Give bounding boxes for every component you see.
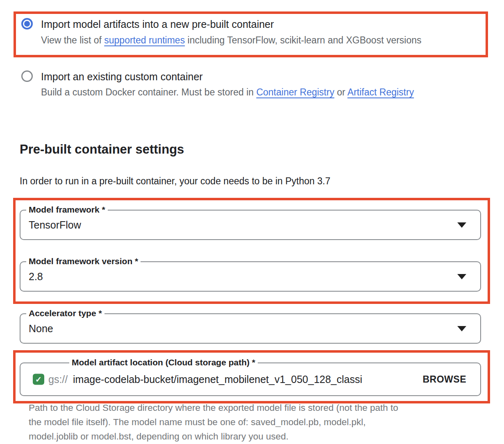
model-framework-version-select[interactable]: Model framework version * 2.8 bbox=[20, 261, 481, 292]
description-text: or bbox=[334, 87, 347, 97]
artifact-location-helper-text: Path to the Cloud Storage directory wher… bbox=[29, 401, 398, 444]
model-framework-value: TensorFlow bbox=[29, 219, 81, 231]
helper-line: Path to the Cloud Storage directory wher… bbox=[29, 401, 398, 415]
description-text: View the list of bbox=[41, 35, 104, 45]
model-artifact-location-input[interactable]: image-codelab-bucket/imagenet_mobilenet_… bbox=[73, 374, 406, 385]
description-text: Build a custom Docker container. Must be… bbox=[41, 87, 256, 97]
radio-custom-container-label[interactable]: Import an existing custom container bbox=[41, 70, 203, 83]
chevron-down-icon[interactable] bbox=[457, 326, 466, 331]
model-artifact-location-field[interactable]: Model artifact location (Cloud storage p… bbox=[20, 362, 481, 396]
artifact-registry-link[interactable]: Artifact Registry bbox=[347, 87, 414, 97]
model-import-form: Import model artifacts into a new pre-bu… bbox=[0, 0, 504, 444]
browse-button[interactable]: BROWSE bbox=[421, 372, 468, 387]
chevron-down-icon[interactable] bbox=[457, 222, 466, 228]
description-text: including TensorFlow, scikit-learn and X… bbox=[185, 35, 421, 45]
container-registry-link[interactable]: Container Registry bbox=[256, 87, 334, 97]
model-framework-label: Model framework * bbox=[26, 204, 108, 215]
helper-line: model.joblib or model.bst, depending on … bbox=[29, 429, 398, 444]
section-intro-text: In order to run in a pre-built container… bbox=[20, 175, 330, 187]
section-heading: Pre-built container settings bbox=[20, 142, 184, 157]
model-framework-version-value: 2.8 bbox=[29, 271, 43, 283]
radio-custom-container-description: Build a custom Docker container. Must be… bbox=[41, 86, 414, 98]
accelerator-type-value: None bbox=[29, 323, 53, 335]
radio-prebuilt-container-selected[interactable] bbox=[21, 18, 33, 29]
radio-prebuilt-container-label[interactable]: Import model artifacts into a new pre-bu… bbox=[41, 18, 274, 30]
model-framework-select[interactable]: Model framework * TensorFlow bbox=[20, 210, 481, 240]
helper-line: the model file itself). The model name m… bbox=[29, 415, 398, 429]
radio-prebuilt-container-description: View the list of supported runtimes incl… bbox=[41, 34, 422, 46]
accelerator-type-label: Accelerator type * bbox=[26, 308, 104, 319]
bucket-check-icon: ✓ bbox=[33, 374, 44, 385]
gs-protocol-prefix: gs:// bbox=[48, 374, 68, 385]
radio-custom-container-unselected[interactable] bbox=[21, 70, 33, 82]
model-artifact-location-label: Model artifact location (Cloud storage p… bbox=[69, 357, 258, 368]
supported-runtimes-link[interactable]: supported runtimes bbox=[104, 35, 185, 45]
chevron-down-icon[interactable] bbox=[457, 274, 466, 279]
accelerator-type-select[interactable]: Accelerator type * None bbox=[20, 313, 481, 344]
model-framework-version-label: Model framework version * bbox=[26, 256, 141, 267]
